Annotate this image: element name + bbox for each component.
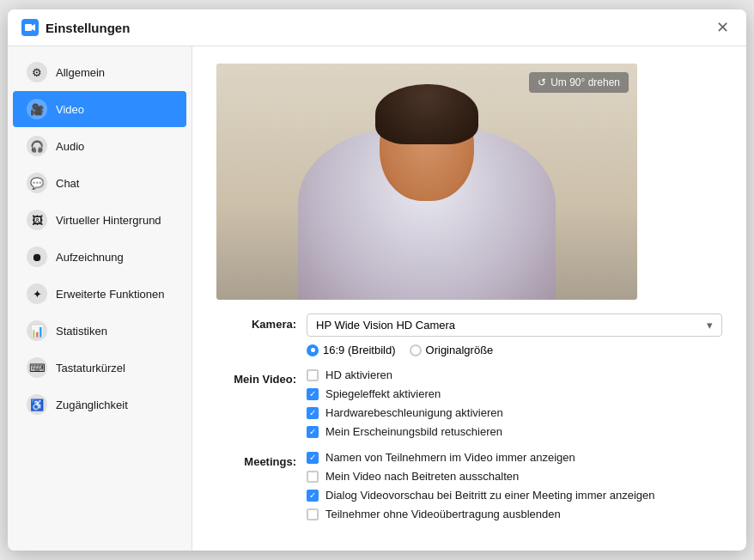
chat-icon: 💬 <box>27 173 47 193</box>
sidebar-item-label-allgemein: Allgemein <box>56 66 105 79</box>
radio-original-label: Originalgröße <box>426 344 494 356</box>
radio-original[interactable]: Originalgröße <box>410 344 494 356</box>
sidebar-item-label-virtueller-hintergrund: Virtueller Hintergrund <box>56 214 161 227</box>
sidebar-item-aufzeichnung[interactable]: ⏺Aufzeichnung <box>13 239 186 275</box>
dialog-body: ⚙Allgemein🎥Video🎧Audio💬Chat🖼Virtueller H… <box>8 46 746 551</box>
cb-show-names-label: Namen von Teilnehmern im Video immer anz… <box>325 451 575 464</box>
sidebar-item-chat[interactable]: 💬Chat <box>13 165 186 201</box>
cb-mirror[interactable]: Spiegeleffekt aktivieren <box>307 387 722 400</box>
my-video-row: Mein Video: HD aktivieren Spiegeleffekt … <box>216 368 722 444</box>
camera-value: HP Wide Vision HD Camera <box>316 319 455 332</box>
close-button[interactable]: ✕ <box>713 18 733 37</box>
sidebar-item-erweiterte-funktionen[interactable]: ✦Erweiterte Funktionen <box>13 276 186 312</box>
meetings-label: Meetings: <box>216 451 307 468</box>
sidebar-item-statistiken[interactable]: 📊Statistiken <box>13 313 186 349</box>
allgemein-icon: ⚙ <box>27 62 47 82</box>
cb-retouch[interactable]: Mein Erscheinungsbild retuschieren <box>307 425 722 438</box>
sidebar-item-label-zugänglichkeit: Zugänglichkeit <box>56 399 128 411</box>
radio-widescreen[interactable]: 16:9 (Breitbild) <box>307 344 396 356</box>
cb-hd-label: HD aktivieren <box>325 368 392 381</box>
settings-dialog: Einstellungen ✕ ⚙Allgemein🎥Video🎧Audio💬C… <box>8 9 746 551</box>
sidebar-item-label-erweiterte-funktionen: Erweiterte Funktionen <box>56 288 164 301</box>
radio-original-circle <box>410 344 422 356</box>
rotate-icon: ↺ <box>538 76 546 88</box>
cb-hardware[interactable]: Hardwarebeschleunigung aktivieren <box>307 406 722 419</box>
camera-controls: HP Wide Vision HD Camera ▾ 16:9 (Breitbi… <box>307 313 722 362</box>
sidebar-item-label-aufzeichnung: Aufzeichnung <box>56 251 124 264</box>
app-logo <box>21 19 39 36</box>
rotate-button[interactable]: ↺ Um 90° drehen <box>529 72 629 93</box>
checkbox-mute-video <box>307 471 319 483</box>
sidebar: ⚙Allgemein🎥Video🎧Audio💬Chat🖼Virtueller H… <box>8 46 192 551</box>
cb-retouch-label: Mein Erscheinungsbild retuschieren <box>325 425 502 438</box>
cb-mirror-label: Spiegeleffekt aktivieren <box>325 387 441 400</box>
sidebar-item-label-audio: Audio <box>56 140 84 153</box>
audio-icon: 🎧 <box>27 136 47 156</box>
statistiken-icon: 📊 <box>27 320 47 341</box>
cb-hd[interactable]: HD aktivieren <box>307 368 722 381</box>
checkbox-show-names <box>307 452 319 464</box>
checkbox-retouch <box>307 426 319 438</box>
content-area: ↺ Um 90° drehen Kamera: HP Wide Vision H… <box>192 46 746 551</box>
checkbox-hardware <box>307 407 319 419</box>
cb-hardware-label: Hardwarebeschleunigung aktivieren <box>325 406 503 419</box>
cb-mute-video[interactable]: Mein Video nach Beitreten ausschalten <box>307 470 722 483</box>
erweiterte-funktionen-icon: ✦ <box>27 283 47 304</box>
tastaturkürzel-icon: ⌨ <box>27 357 47 378</box>
camera-row: Kamera: HP Wide Vision HD Camera ▾ 16:9 … <box>216 313 722 362</box>
meetings-row: Meetings: Namen von Teilnehmern im Video… <box>216 451 722 527</box>
checkbox-mirror <box>307 388 319 400</box>
video-icon: 🎥 <box>27 99 47 119</box>
radio-widescreen-label: 16:9 (Breitbild) <box>323 344 396 356</box>
sidebar-item-audio[interactable]: 🎧Audio <box>13 128 186 164</box>
sidebar-item-label-tastaturkürzel: Tastaturkürzel <box>56 362 125 374</box>
checkbox-hd <box>307 369 319 381</box>
titlebar: Einstellungen ✕ <box>8 9 746 46</box>
cb-preview[interactable]: Dialog Videovorschau bei Beitritt zu ein… <box>307 489 722 502</box>
chevron-down-icon: ▾ <box>707 319 713 332</box>
sidebar-item-label-chat: Chat <box>56 177 79 190</box>
svg-marker-1 <box>32 24 35 31</box>
camera-dropdown[interactable]: HP Wide Vision HD Camera ▾ <box>307 313 722 337</box>
aufzeichnung-icon: ⏺ <box>27 247 47 267</box>
dialog-title: Einstellungen <box>46 21 713 35</box>
checkbox-preview <box>307 490 319 502</box>
aspect-radio-group: 16:9 (Breitbild) Originalgröße <box>307 344 722 356</box>
person-hair <box>375 84 478 144</box>
my-video-controls: HD aktivieren Spiegeleffekt aktivieren H… <box>307 368 722 444</box>
sidebar-item-zugänglichkeit[interactable]: ♿Zugänglichkeit <box>13 387 186 423</box>
cb-preview-label: Dialog Videovorschau bei Beitritt zu ein… <box>325 489 654 502</box>
camera-preview: ↺ Um 90° drehen <box>216 64 637 300</box>
meetings-controls: Namen von Teilnehmern im Video immer anz… <box>307 451 722 527</box>
my-video-label: Mein Video: <box>216 368 307 386</box>
virtueller-hintergrund-icon: 🖼 <box>27 210 47 230</box>
zugänglichkeit-icon: ♿ <box>27 394 47 415</box>
sidebar-item-video[interactable]: 🎥Video <box>13 91 186 127</box>
rotate-label: Um 90° drehen <box>550 76 620 88</box>
cb-hide-no-video[interactable]: Teilnehmer ohne Videoübertragung ausblen… <box>307 508 722 520</box>
sidebar-item-tastaturkürzel[interactable]: ⌨Tastaturkürzel <box>13 350 186 386</box>
checkbox-hide-no-video <box>307 508 319 520</box>
sidebar-item-allgemein[interactable]: ⚙Allgemein <box>13 54 186 90</box>
cb-show-names[interactable]: Namen von Teilnehmern im Video immer anz… <box>307 451 722 464</box>
svg-rect-0 <box>25 24 32 31</box>
camera-label: Kamera: <box>216 313 307 331</box>
radio-widescreen-circle <box>307 344 319 356</box>
cb-mute-video-label: Mein Video nach Beitreten ausschalten <box>325 470 519 483</box>
sidebar-item-label-video: Video <box>56 103 84 116</box>
cb-hide-no-video-label: Teilnehmer ohne Videoübertragung ausblen… <box>325 508 561 520</box>
sidebar-item-label-statistiken: Statistiken <box>56 325 107 338</box>
sidebar-item-virtueller-hintergrund[interactable]: 🖼Virtueller Hintergrund <box>13 202 186 238</box>
